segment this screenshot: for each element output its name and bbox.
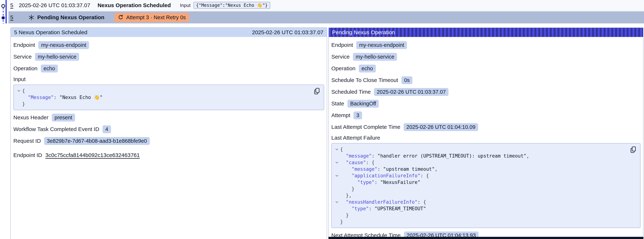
event-row-scheduled[interactable]: 5 2025-02-26 UTC 01:03:37.07 Nexus Opera… — [8, 0, 644, 11]
field-operation: Operation echo — [331, 62, 640, 74]
timeline-open-event-icon — [1, 4, 5, 8]
code-line: "cause": { — [334, 159, 636, 166]
code-line: } — [334, 212, 636, 218]
code-line: "message": "handler error (UPSTREAM_TIME… — [334, 152, 636, 159]
code-gutter — [334, 218, 340, 225]
field-value-badge: 2025-02-26 UTC 01:04:10.09 — [404, 123, 478, 131]
event-timestamp: 2025-02-26 UTC 01:03:37.07 — [19, 2, 90, 8]
collapse-chevron-icon[interactable] — [334, 199, 340, 205]
copy-button[interactable] — [313, 88, 320, 95]
code-line: { — [334, 146, 636, 152]
pending-event-title: Pending Nexus Operation — [37, 14, 104, 20]
field-value-badge: 3 — [354, 112, 362, 119]
code-line: "type": "NexusFailure" — [334, 179, 636, 186]
field-attempt: Attempt 3 — [331, 110, 640, 121]
field-operation: Operation echo — [13, 62, 324, 74]
field-value-badge: 3e829b7e-7d67-4b08-aad3-b1e868bfe9e0 — [44, 137, 150, 145]
event-input-preview-chip: {"Message":"Nexus Echo 👋"} — [194, 2, 270, 9]
field-service: Service my-hello-service — [13, 51, 324, 62]
collapse-chevron-icon[interactable] — [16, 88, 22, 94]
code-gutter — [334, 212, 340, 218]
timeline-current-event-icon — [1, 16, 5, 20]
pending-asterisk-icon — [28, 14, 35, 21]
field-last-attempt-complete-time: Last Attempt Complete Time 2025-02-26 UT… — [331, 121, 640, 133]
event-title: Nexus Operation Scheduled — [98, 2, 171, 8]
field-value-badge: my-nexus-endpoint — [38, 41, 89, 49]
field-value-badge: 4 — [102, 125, 111, 133]
timeline-active-bar — [6, 0, 7, 24]
input-json-viewer: { "Message": "Nexus Echo 👋"} — [13, 84, 324, 110]
code-gutter — [16, 94, 22, 101]
field-value-badge: my-hello-service — [35, 53, 79, 61]
code-line: "applicationFailureInfo": { — [334, 172, 636, 179]
code-line: { — [16, 88, 320, 94]
field-schedule-to-close-timeout: Schedule To Close Timeout 0s — [331, 74, 640, 86]
code-gutter — [16, 101, 22, 107]
pending-panel-title: Pending Nexus Operation — [332, 29, 395, 36]
event-input-label: Input — [180, 2, 190, 8]
field-value-badge: 2025-02-26 UTC 01:03:37.07 — [374, 88, 448, 96]
endpoint-id-link[interactable]: 3c0c75ccfa8144b092c13ce632463761 — [46, 152, 140, 158]
pending-panel-header: Pending Nexus Operation — [329, 28, 643, 37]
timeline-dashed-connector — [3, 8, 4, 24]
code-gutter — [334, 179, 340, 186]
failure-json-viewer: { "message": "handler error (UPSTREAM_TI… — [331, 143, 640, 228]
collapse-chevron-icon[interactable] — [334, 159, 340, 166]
field-value-badge: 0s — [402, 76, 412, 84]
field-state: State BackingOff — [331, 98, 640, 110]
code-gutter — [334, 166, 340, 172]
retry-badge-text: Attempt 3 · Next Retry 0s — [126, 14, 186, 20]
event-history-detail-view: 5 2025-02-26 UTC 01:03:37.07 Nexus Opera… — [0, 0, 644, 239]
code-line: "type": "UPSTREAM_TIMEOUT" — [334, 205, 636, 212]
code-gutter — [334, 192, 340, 199]
field-value-badge: my-hello-service — [353, 53, 397, 61]
code-line: } — [334, 218, 636, 225]
field-value-badge: my-nexus-endpoint — [356, 41, 407, 49]
field-endpoint: Endpoint my-nexus-endpoint — [13, 39, 324, 51]
scheduled-panel-header: 5 Nexus Operation Scheduled 2025-02-26 U… — [11, 28, 327, 37]
field-scheduled-time: Scheduled Time 2025-02-26 UTC 01:03:37.0… — [331, 86, 640, 98]
code-line: }, — [334, 192, 636, 199]
pending-operation-panel: Pending Nexus Operation Endpoint my-nexu… — [328, 28, 644, 237]
scheduled-event-panel: 5 Nexus Operation Scheduled 2025-02-26 U… — [10, 28, 327, 239]
code-gutter — [334, 152, 340, 159]
field-endpoint-id: Endpoint ID 3c0c75ccfa8144b092c13ce63246… — [13, 149, 324, 161]
field-value-badge: present — [52, 114, 75, 122]
field-endpoint: Endpoint my-nexus-endpoint — [331, 39, 640, 51]
code-gutter — [334, 205, 340, 212]
code-line: "Message": "Nexus Echo 👋" — [16, 94, 320, 101]
field-value-badge: echo — [41, 64, 58, 72]
code-line: } — [16, 101, 320, 107]
copy-icon — [313, 88, 320, 95]
field-request-id: Request ID 3e829b7e-7d67-4b08-aad3-b1e86… — [13, 135, 324, 147]
field-value-badge: echo — [359, 64, 376, 72]
last-attempt-failure-label: Last Attempt Failure — [331, 133, 640, 143]
event-id-link[interactable]: 5 — [10, 2, 13, 8]
scheduled-panel-timestamp: 2025-02-26 UTC 01:03:37.07 — [252, 29, 324, 36]
event-id-link[interactable]: 5 — [10, 14, 13, 20]
collapse-chevron-icon[interactable] — [334, 172, 340, 179]
field-value-badge: BackingOff — [348, 100, 379, 108]
retry-attempt-badge: Attempt 3 · Next Retry 0s — [114, 13, 189, 22]
scheduled-panel-title: 5 Nexus Operation Scheduled — [14, 29, 87, 36]
collapse-chevron-icon[interactable] — [334, 146, 340, 152]
copy-icon — [630, 146, 637, 153]
bottom-cutoff-strip — [328, 237, 644, 239]
copy-button[interactable] — [630, 146, 637, 153]
event-row-pending[interactable]: 5 Pending Nexus Operation Attempt 3 · Ne… — [8, 11, 644, 24]
field-workflow-task-completed-event-id: Workflow Task Completed Event ID 4 — [13, 123, 324, 135]
retry-icon — [118, 14, 124, 20]
input-section-label: Input — [13, 74, 324, 84]
code-line: "message": "upstream timeout", — [334, 166, 636, 172]
code-gutter — [334, 186, 340, 192]
field-nexus-header: Nexus Header present — [13, 112, 324, 123]
code-line: "nexusHandlerFailureInfo": { — [334, 199, 636, 205]
field-service: Service my-hello-service — [331, 51, 640, 62]
code-line: } — [334, 186, 636, 192]
